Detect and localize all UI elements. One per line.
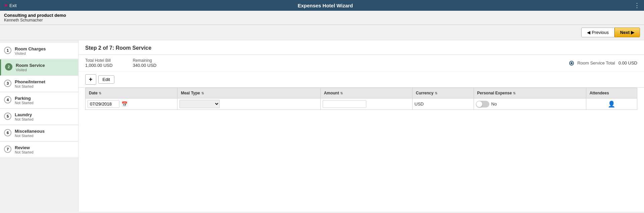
- exit-icon: ✕: [4, 3, 8, 8]
- next-label: Next: [620, 30, 630, 35]
- sidebar-label-phone-internet: Phone/Internet: [15, 79, 45, 84]
- radio-icon: [569, 61, 574, 66]
- content-header: Step 2 of 7: Room Service: [78, 40, 644, 55]
- step-num-3: 3: [4, 80, 11, 87]
- add-button[interactable]: +: [85, 74, 96, 85]
- sort-icon-currency: ⇅: [435, 91, 437, 95]
- sidebar-item-phone-internet[interactable]: 3 Phone/Internet Not Started: [0, 76, 78, 92]
- col-header-amount[interactable]: Amount ⇅: [320, 88, 412, 98]
- user-name: Kenneth Schumacher: [4, 18, 640, 23]
- next-arrow-icon: ▶: [631, 30, 634, 35]
- total-hotel-bill-label: Total Hotel Bill: [85, 58, 113, 63]
- step-num-4: 4: [4, 96, 11, 103]
- sidebar-item-laundry[interactable]: 5 Laundry Not Started: [0, 109, 78, 125]
- personal-expense-cell: No: [474, 98, 586, 110]
- company-name: Consulting and product demo: [4, 13, 640, 18]
- step-num-7: 7: [4, 145, 11, 153]
- total-hotel-bill-item: Total Hotel Bill 1,000.00 USD: [85, 58, 113, 68]
- sidebar-item-room-service[interactable]: 2 Room Service Visited: [0, 59, 78, 76]
- sort-icon-meal: ⇅: [201, 91, 204, 95]
- total-hotel-bill-value: 1,000.00 USD: [85, 63, 113, 68]
- attendee-icon[interactable]: 👤: [608, 101, 615, 108]
- date-input[interactable]: [88, 100, 119, 108]
- amount-cell: [320, 98, 412, 110]
- sidebar-item-review[interactable]: 7 Review Not Started: [0, 142, 78, 158]
- sidebar-label-laundry: Laundry: [15, 112, 34, 117]
- navigation-row: ◀ Previous Next ▶: [0, 25, 644, 40]
- col-header-meal-type[interactable]: Meal Type ⇅: [177, 88, 320, 98]
- meal-type-cell: Breakfast Lunch Dinner: [177, 98, 320, 110]
- table-row: 📅 Breakfast Lunch Dinner: [86, 98, 637, 110]
- sidebar-label-review: Review: [15, 145, 34, 150]
- exit-label: Exit: [9, 3, 17, 8]
- toolbar: + Edit: [78, 72, 644, 88]
- expense-table: Date ⇅ Meal Type ⇅ Amount ⇅ Currency ⇅ P: [85, 88, 637, 110]
- remaining-value: 340.00 USD: [133, 63, 157, 68]
- sidebar-status-review: Not Started: [15, 150, 34, 154]
- personal-expense-label: No: [491, 101, 497, 106]
- step-num-1: 1: [4, 47, 11, 54]
- sub-header: Consulting and product demo Kenneth Schu…: [0, 11, 644, 25]
- sort-icon-personal: ⇅: [513, 91, 516, 95]
- amount-input[interactable]: [323, 100, 366, 108]
- sidebar-label-room-charges: Room Charges: [15, 46, 46, 51]
- room-service-total-value: 0.00 USD: [619, 60, 637, 66]
- currency-value: USD: [415, 101, 424, 106]
- sidebar-item-room-charges[interactable]: 1 Room Charges Visited: [0, 43, 78, 59]
- sidebar-status-miscellaneous: Not Started: [15, 134, 45, 138]
- sidebar-status-room-charges: Visited: [15, 51, 46, 55]
- sort-icon-date: ⇅: [99, 91, 101, 95]
- sidebar-label-room-service: Room Service: [16, 63, 45, 68]
- sidebar-status-phone-internet: Not Started: [15, 84, 45, 88]
- prev-arrow-icon: ◀: [587, 30, 590, 35]
- step-num-6: 6: [4, 129, 11, 136]
- col-header-attendees: Attendees: [586, 88, 637, 98]
- step-title: Step 2 of 7: Room Service: [85, 45, 637, 51]
- col-header-date[interactable]: Date ⇅: [86, 88, 177, 98]
- sidebar-item-parking[interactable]: 4 Parking Not Started: [0, 92, 78, 109]
- sidebar-status-room-service: Visited: [16, 68, 45, 72]
- sidebar-status-laundry: Not Started: [15, 117, 34, 121]
- more-options-button[interactable]: ⋮: [634, 2, 640, 9]
- currency-cell: USD: [412, 98, 474, 110]
- personal-expense-toggle[interactable]: [476, 101, 489, 108]
- col-header-currency[interactable]: Currency ⇅: [412, 88, 474, 98]
- table-header-row: Date ⇅ Meal Type ⇅ Amount ⇅ Currency ⇅ P: [86, 88, 637, 98]
- step-num-2: 2: [5, 63, 12, 71]
- header-title: Expenses Hotel Wizard: [17, 3, 634, 8]
- content-area: Step 2 of 7: Room Service Total Hotel Bi…: [78, 40, 644, 212]
- prev-label: Previous: [592, 30, 609, 35]
- radio-inner: [571, 62, 573, 64]
- date-cell: 📅: [86, 98, 177, 110]
- edit-button[interactable]: Edit: [98, 75, 114, 84]
- sidebar-label-miscellaneous: Miscellaneous: [15, 129, 45, 134]
- remaining-item: Remaining 340.00 USD: [133, 58, 157, 68]
- next-button[interactable]: Next ▶: [614, 28, 640, 37]
- attendees-cell: 👤: [586, 98, 637, 110]
- table-area: Date ⇅ Meal Type ⇅ Amount ⇅ Currency ⇅ P: [78, 88, 644, 110]
- sidebar-label-parking: Parking: [15, 96, 34, 101]
- sidebar: 1 Room Charges Visited 2 Room Service Vi…: [0, 40, 78, 212]
- remaining-label: Remaining: [133, 58, 157, 63]
- room-service-total-area: Room Service Total 0.00 USD: [569, 60, 637, 66]
- col-header-personal-expense[interactable]: Personal Expense ⇅: [474, 88, 586, 98]
- exit-button[interactable]: ✕ Exit: [4, 3, 17, 8]
- summary-row: Total Hotel Bill 1,000.00 USD Remaining …: [78, 55, 644, 72]
- step-num-5: 5: [4, 113, 11, 120]
- sidebar-item-miscellaneous[interactable]: 6 Miscellaneous Not Started: [0, 125, 78, 141]
- toggle-knob: [476, 101, 482, 107]
- room-service-total-label: Room Service Total: [577, 60, 615, 66]
- sidebar-status-parking: Not Started: [15, 101, 34, 105]
- app-header: ✕ Exit Expenses Hotel Wizard ⋮: [0, 0, 644, 11]
- sort-icon-amount: ⇅: [340, 91, 343, 95]
- previous-button[interactable]: ◀ Previous: [581, 28, 614, 37]
- meal-type-select[interactable]: Breakfast Lunch Dinner: [179, 100, 220, 108]
- calendar-icon[interactable]: 📅: [121, 101, 128, 107]
- main-layout: 1 Room Charges Visited 2 Room Service Vi…: [0, 40, 644, 212]
